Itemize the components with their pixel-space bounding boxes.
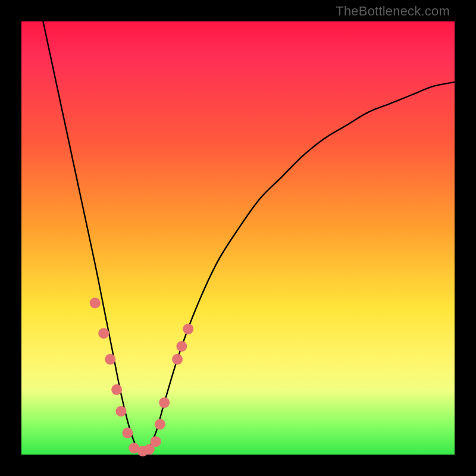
curve-layer [21, 21, 455, 455]
sample-dot [122, 428, 133, 439]
chart-stage: TheBottleneck.com [0, 0, 476, 476]
sample-dot [115, 406, 126, 416]
sample-dot [98, 328, 109, 339]
bottleneck-curve [43, 21, 455, 453]
sample-dot [151, 436, 161, 447]
sample-dot [155, 419, 165, 430]
sample-dot [90, 298, 101, 308]
sample-dots-group [90, 298, 194, 456]
sample-dot [105, 354, 115, 365]
watermark-text: TheBottleneck.com [336, 4, 450, 19]
sample-dot [172, 354, 183, 365]
sample-dot [183, 324, 193, 334]
sample-dot [159, 397, 170, 408]
sample-dot [176, 341, 187, 352]
sample-dot [111, 384, 122, 395]
plot-area [21, 21, 455, 455]
